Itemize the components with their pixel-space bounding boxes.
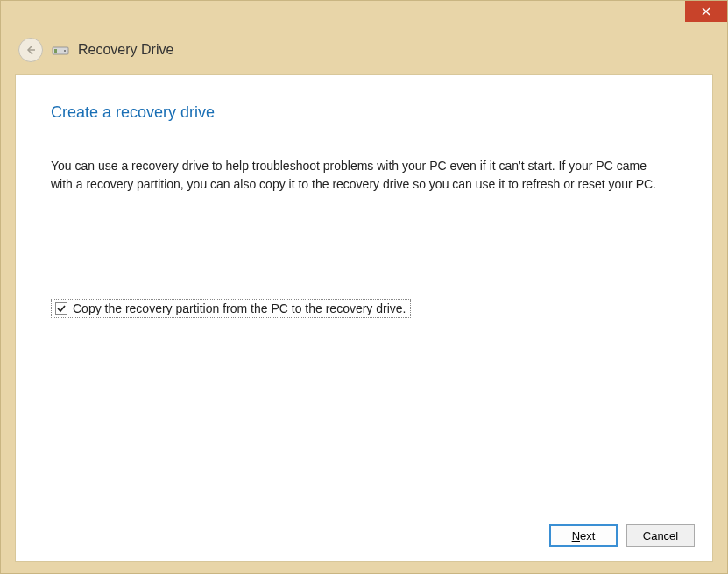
header: Recovery Drive xyxy=(1,29,727,71)
back-button[interactable] xyxy=(18,38,43,62)
drive-icon xyxy=(52,44,69,56)
back-arrow-icon xyxy=(25,44,37,56)
header-title: Recovery Drive xyxy=(78,42,173,58)
page-title: Create a recovery drive xyxy=(51,103,677,122)
content-area: Create a recovery drive You can use a re… xyxy=(15,74,713,562)
svg-rect-4 xyxy=(54,49,57,53)
close-button[interactable] xyxy=(685,1,727,22)
next-button[interactable]: Next xyxy=(549,524,618,547)
description-text: You can use a recovery drive to help tro… xyxy=(51,157,664,194)
wizard-window: Recovery Drive Create a recovery drive Y… xyxy=(0,0,728,574)
copy-partition-option[interactable]: Copy the recovery partition from the PC … xyxy=(51,299,411,318)
copy-partition-label: Copy the recovery partition from the PC … xyxy=(73,301,406,315)
titlebar xyxy=(1,1,727,29)
svg-point-5 xyxy=(64,50,66,52)
copy-partition-checkbox[interactable] xyxy=(55,302,67,315)
checkmark-icon xyxy=(57,304,66,313)
button-row: Next Cancel xyxy=(549,524,695,547)
close-icon xyxy=(702,7,710,16)
cancel-button[interactable]: Cancel xyxy=(626,524,695,547)
